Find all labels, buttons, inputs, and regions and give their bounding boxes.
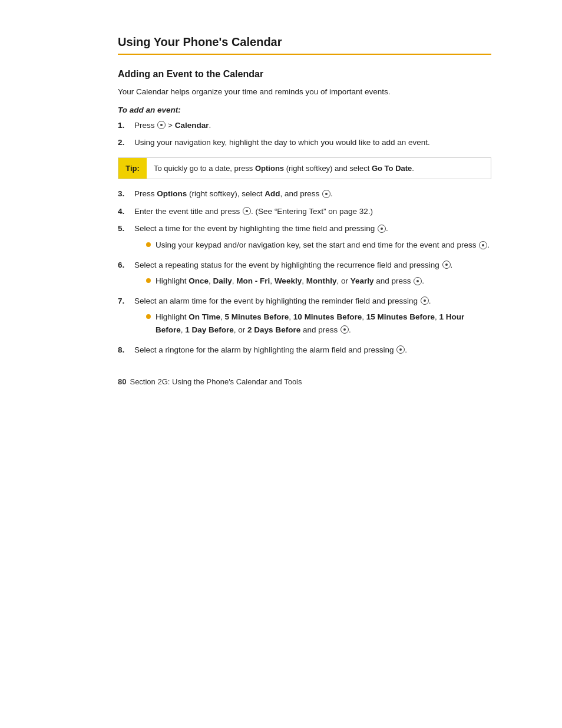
step-3: 3. Press Options (right softkey), select… xyxy=(118,187,491,200)
bullet-dot-6 xyxy=(146,278,151,283)
bullet-dot xyxy=(146,242,151,247)
footer-page-num: 80 xyxy=(118,377,126,386)
circle-icon-4 xyxy=(243,207,251,215)
step-3-num: 3. xyxy=(118,187,132,200)
step-6-num: 6. xyxy=(118,259,132,272)
step-7-content: Select an alarm time for the event by hi… xyxy=(134,295,491,339)
step-8-content: Select a ringtone for the alarm by highl… xyxy=(134,344,491,357)
circle-icon-5 xyxy=(378,225,386,233)
subsection-title: Adding an Event to the Calendar xyxy=(118,69,491,80)
step-1-num: 1. xyxy=(118,119,132,132)
section-title: Using Your Phone's Calendar xyxy=(118,35,491,55)
step-7-bullet-1-text: Highlight On Time, 5 Minutes Before, 10 … xyxy=(156,311,491,336)
footer: 80 Section 2G: Using the Phone's Calenda… xyxy=(118,374,491,386)
step-5-bullets: Using your keypad and/or navigation key,… xyxy=(146,239,491,252)
step-7-bullets: Highlight On Time, 5 Minutes Before, 10 … xyxy=(146,311,491,336)
step-4: 4. Enter the event title and press . (Se… xyxy=(118,205,491,218)
circle-icon-6 xyxy=(442,261,451,269)
step-6-content: Select a repeating status for the event … xyxy=(134,259,491,290)
steps-list: 1. Press > Calendar. 2. Using your navig… xyxy=(118,119,491,149)
circle-icon-6b xyxy=(414,277,422,285)
tip-label: Tip: xyxy=(118,158,147,179)
footer-section-text: Section 2G: Using the Phone's Calendar a… xyxy=(130,377,302,386)
circle-icon-5b xyxy=(479,241,487,249)
circle-icon-7b xyxy=(340,325,349,334)
step-3-content: Press Options (right softkey), select Ad… xyxy=(134,187,491,200)
step-7: 7. Select an alarm time for the event by… xyxy=(118,295,491,339)
step-1: 1. Press > Calendar. xyxy=(118,119,491,132)
step-7-bullet-1: Highlight On Time, 5 Minutes Before, 10 … xyxy=(146,311,491,336)
step-1-content: Press > Calendar. xyxy=(134,119,491,132)
intro-text: Your Calendar helps organize your time a… xyxy=(118,85,491,98)
circle-icon-1 xyxy=(157,121,166,129)
tip-box: Tip: To quickly go to a date, press Opti… xyxy=(118,157,491,180)
step-4-num: 4. xyxy=(118,205,132,218)
step-6-bullets: Highlight Once, Daily, Mon - Fri, Weekly… xyxy=(146,275,491,288)
step-8: 8. Select a ringtone for the alarm by hi… xyxy=(118,344,491,357)
tip-content: To quickly go to a date, press Options (… xyxy=(147,158,421,179)
circle-icon-8 xyxy=(396,345,405,354)
step-5-bullet-1: Using your keypad and/or navigation key,… xyxy=(146,239,491,252)
step-7-num: 7. xyxy=(118,295,132,308)
step-6: 6. Select a repeating status for the eve… xyxy=(118,259,491,290)
page-container: Using Your Phone's Calendar Adding an Ev… xyxy=(0,0,562,728)
step-5-num: 5. xyxy=(118,222,132,235)
step-2-num: 2. xyxy=(118,136,132,149)
step-6-bullet-1: Highlight Once, Daily, Mon - Fri, Weekly… xyxy=(146,275,491,288)
step-2-content: Using your navigation key, highlight the… xyxy=(134,136,491,149)
circle-icon-3 xyxy=(322,190,330,198)
step-2: 2. Using your navigation key, highlight … xyxy=(118,136,491,149)
step-5: 5. Select a time for the event by highli… xyxy=(118,222,491,253)
steps-list-2: 3. Press Options (right softkey), select… xyxy=(118,187,491,356)
step-6-bullet-1-text: Highlight Once, Daily, Mon - Fri, Weekly… xyxy=(156,275,424,288)
to-add-label: To add an event: xyxy=(118,106,491,114)
step-5-bullet-1-text: Using your keypad and/or navigation key,… xyxy=(156,239,490,252)
circle-icon-7 xyxy=(421,297,429,305)
step-4-content: Enter the event title and press . (See “… xyxy=(134,205,491,218)
bullet-dot-7 xyxy=(146,314,151,319)
step-5-content: Select a time for the event by highlight… xyxy=(134,222,491,253)
step-8-num: 8. xyxy=(118,344,132,357)
